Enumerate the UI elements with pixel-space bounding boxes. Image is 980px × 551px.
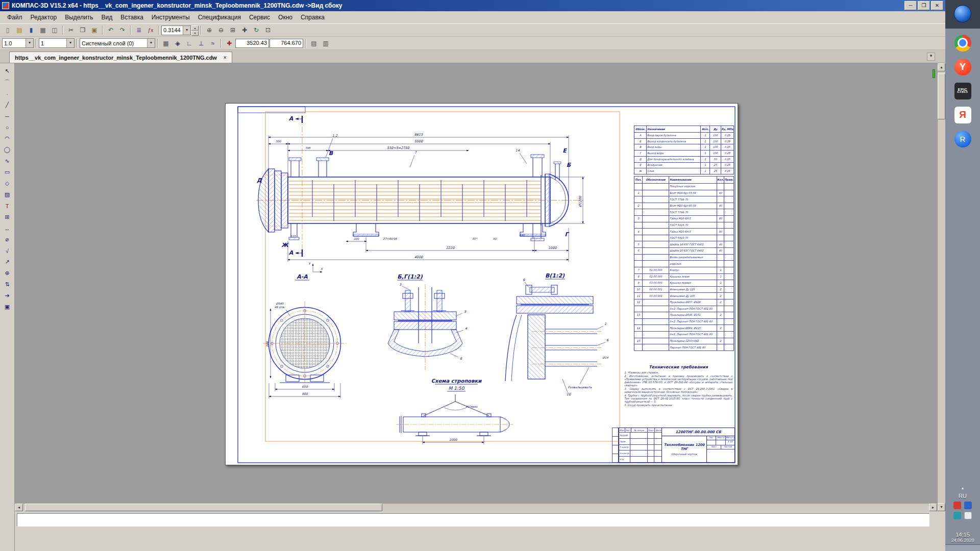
layer-dropdown-icon[interactable]: ▾: [147, 39, 155, 47]
menu-item[interactable]: Вид: [97, 12, 117, 23]
pan-icon[interactable]: ✚: [239, 25, 250, 36]
tool-table-icon[interactable]: ⊞: [2, 212, 13, 222]
copy-icon[interactable]: ❐: [77, 25, 88, 36]
layer-combo[interactable]: Системный слой (0) ▾: [80, 38, 155, 48]
step-dropdown-icon[interactable]: ▾: [26, 39, 33, 47]
tray-icon-red[interactable]: [953, 502, 961, 509]
spin-up-icon[interactable]: ▴: [191, 26, 199, 31]
new-document-icon[interactable]: ▯: [2, 25, 13, 36]
refresh-view-icon[interactable]: ↻: [251, 25, 262, 36]
vertical-scrollbar[interactable]: ▲ ▼: [937, 63, 945, 511]
tool-ellipse-icon[interactable]: ◯: [2, 145, 13, 155]
cursor-y-field[interactable]: 764.670: [270, 39, 303, 48]
undo-icon[interactable]: ↶: [105, 25, 116, 36]
tool-select-icon[interactable]: ↖: [2, 66, 13, 76]
print-icon[interactable]: ▦: [37, 25, 48, 36]
menu-item[interactable]: Файл: [3, 12, 27, 23]
scroll-up-icon[interactable]: ▲: [938, 63, 945, 71]
paste-icon[interactable]: ▣: [89, 25, 100, 36]
window-titlebar[interactable]: КОМПАС-3D V15.2 x64 - https__vk_com_inge…: [0, 0, 945, 11]
cut-icon[interactable]: ✂: [65, 25, 77, 36]
menu-item[interactable]: Редактор: [27, 12, 61, 23]
maximize-button[interactable]: ❐: [918, 1, 930, 10]
cursor-step-combo[interactable]: 1.0 ▾: [2, 38, 34, 48]
show-desktop-button[interactable]: [945, 544, 980, 551]
variables-icon[interactable]: ƒx: [145, 25, 156, 36]
menu-item[interactable]: Выделить: [61, 12, 97, 23]
scrollbar-thumb[interactable]: [938, 73, 945, 119]
scrollbar-thumb[interactable]: [25, 504, 382, 511]
language-indicator[interactable]: RU: [959, 493, 967, 499]
tool-dimension-icon[interactable]: ↔: [2, 223, 13, 233]
grid-icon[interactable]: ▦: [160, 38, 172, 48]
view-dropdown-icon[interactable]: ▾: [66, 39, 74, 47]
taskbar-clock[interactable]: 14:15 24.06.2020: [945, 532, 980, 543]
menu-item[interactable]: Инструменты: [148, 12, 194, 23]
tool-section-line-icon[interactable]: ⇅: [2, 280, 13, 289]
drawing-sheet[interactable]: 6615 5500 300 795 550×5=2750 1,2 7 14 11…: [225, 103, 738, 465]
blue-app-icon[interactable]: R: [953, 130, 972, 148]
minimize-button[interactable]: ─: [904, 1, 917, 10]
fit-document-icon[interactable]: ⊡: [262, 25, 274, 36]
tray-expand-icon[interactable]: ▴: [962, 486, 964, 490]
print-preview-icon[interactable]: ◫: [49, 25, 60, 36]
view-number-combo[interactable]: 1 ▾: [39, 38, 75, 48]
rounding-icon[interactable]: ≈: [207, 38, 218, 48]
document-tab[interactable]: https__vk_com_ingener_konstructor_minsk_…: [9, 52, 232, 63]
horizontal-scrollbar[interactable]: ◄ ►: [15, 503, 937, 511]
tool-text-icon[interactable]: Т: [2, 201, 13, 211]
open-document-icon[interactable]: ▤: [14, 25, 25, 36]
tab-list-dropdown-icon[interactable]: ▾: [927, 53, 935, 61]
start-button[interactable]: [954, 5, 971, 22]
tool-rectangle-icon[interactable]: ▭: [2, 167, 13, 177]
zoom-combo[interactable]: 0.3144 ▾: [161, 26, 191, 35]
close-button[interactable]: ✕: [931, 1, 943, 10]
epic-games-icon[interactable]: EPIC GAMES: [953, 82, 972, 100]
zoom-in-icon[interactable]: ⊕: [204, 25, 215, 36]
tool-hatch-icon[interactable]: ▨: [2, 190, 13, 199]
tool-aux-line-icon[interactable]: ╱: [2, 100, 13, 110]
zoom-area-icon[interactable]: ⊞: [227, 25, 238, 36]
tool-leader-icon[interactable]: ↗: [2, 257, 13, 267]
tool-diameter-icon[interactable]: ⌀: [2, 235, 13, 244]
tray-icon-blue[interactable]: [964, 502, 972, 509]
tray-icon-teal[interactable]: [953, 512, 961, 519]
menu-item[interactable]: Спецификация: [194, 12, 245, 23]
chrome-icon[interactable]: [953, 34, 972, 52]
ortho-icon[interactable]: ∟: [184, 38, 195, 48]
local-cs-icon[interactable]: ⊥: [195, 38, 207, 48]
menu-item[interactable]: Окно: [274, 12, 297, 23]
menu-item[interactable]: Сервис: [245, 12, 274, 23]
save-icon[interactable]: ▮: [26, 25, 37, 36]
scroll-down-icon[interactable]: ▼: [938, 503, 945, 511]
snap-settings-icon[interactable]: ◈: [172, 38, 183, 48]
tool-segment-icon[interactable]: ─: [2, 111, 13, 121]
tab-close-icon[interactable]: ✕: [223, 55, 227, 60]
zoom-out-icon[interactable]: ⊖: [215, 25, 227, 36]
yandex-browser-icon[interactable]: Y: [953, 58, 972, 76]
tool-fragment-icon[interactable]: ▣: [2, 302, 13, 312]
scroll-right-icon[interactable]: ►: [929, 504, 937, 511]
tray-icon-volume[interactable]: [964, 512, 972, 519]
tool-view-arrow-icon[interactable]: ➔: [2, 291, 13, 300]
grid-view-icon[interactable]: ▥: [320, 38, 331, 48]
tool-tolerance-icon[interactable]: ⊕: [2, 268, 13, 278]
tool-roughness-icon[interactable]: √: [2, 246, 13, 256]
menu-item[interactable]: Справка: [297, 12, 329, 23]
tool-arc-icon[interactable]: ◠: [2, 134, 13, 143]
yandex-icon[interactable]: Я: [953, 106, 972, 124]
redo-icon[interactable]: ↷: [117, 25, 128, 36]
keyboard-input-icon[interactable]: ▤: [308, 38, 320, 48]
spin-down-icon[interactable]: ▾: [191, 31, 199, 36]
zoom-dropdown-icon[interactable]: ▾: [183, 26, 190, 35]
menu-item[interactable]: Вставка: [116, 12, 148, 23]
tool-point-icon[interactable]: ∙: [2, 89, 13, 98]
drawing-canvas[interactable]: 6615 5500 300 795 550×5=2750 1,2 7 14 11…: [15, 63, 937, 503]
cursor-x-field[interactable]: 3520.43: [235, 39, 269, 48]
zoom-spinner[interactable]: ▴ ▾: [191, 26, 199, 35]
tool-geometry-icon[interactable]: ⌒: [2, 78, 13, 87]
specification-icon[interactable]: ≣: [133, 25, 144, 36]
tool-curve-icon[interactable]: ∿: [2, 156, 13, 166]
tool-polygon-icon[interactable]: ◇: [2, 179, 13, 188]
scroll-left-icon[interactable]: ◄: [15, 504, 23, 511]
